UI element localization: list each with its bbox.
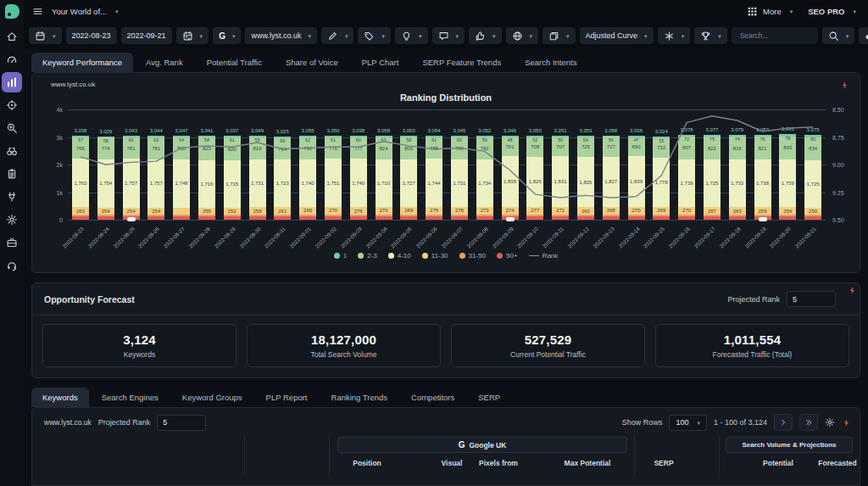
stacked-bar-2022-09-14[interactable]: 2701,8396903,03647 (628, 136, 645, 220)
stacked-bar-2022-09-21[interactable]: 2501,7258343,07580 (804, 135, 821, 220)
date-annotation-marker[interactable] (127, 217, 136, 221)
last-page-button[interactable] (799, 414, 818, 431)
stacked-bar-2022-08-28[interactable]: 2551,7168233,04158 (198, 136, 215, 220)
toolbar-cloud-button[interactable] (859, 27, 868, 44)
tab-potential-traffic[interactable]: Potential Traffic (196, 53, 273, 72)
table-tab-serp[interactable]: SERP (467, 388, 511, 407)
stacked-bar-2022-09-03[interactable]: 2761,7407773,03860 (350, 136, 367, 220)
next-page-button[interactable] (774, 414, 793, 431)
date-annotation-marker[interactable] (506, 217, 515, 221)
sidebar-item-settings[interactable] (2, 209, 22, 230)
legend-item-rank-50+[interactable]: 50+ (497, 252, 518, 260)
table-tab-keywords[interactable]: Keywords (31, 388, 89, 407)
stacked-bar-2022-09-20[interactable]: 2561,7398303,09578 (779, 134, 796, 220)
stacked-bar-2022-08-23[interactable]: 2631,7637653,03857 (72, 136, 89, 220)
stacked-bar-2022-09-05[interactable]: 2691,7278063,05058 (400, 136, 417, 220)
stacked-bar-2022-09-08[interactable]: 2731,7347923,05259 (476, 136, 493, 220)
legend-item-rank-1[interactable]: 1 (334, 252, 347, 260)
toolbar-2022-08-23-button[interactable]: 2022-08-23 (66, 27, 117, 44)
stacked-bar-2022-08-27[interactable]: 1,7488003,04764 (173, 136, 190, 220)
stacked-bar-2022-09-07[interactable]: 2781,7317883,04560 (451, 136, 468, 220)
stacked-bar-2022-09-13[interactable]: 2681,8277173,05856 (603, 136, 620, 220)
toolbar-www-lyst-co-uk-button[interactable]: www.lyst.co.uk▾ (245, 27, 317, 44)
toolbar-trophy-button[interactable]: ▾ (694, 27, 727, 44)
workspace-dropdown[interactable]: Your World of... ▾ (52, 7, 118, 16)
stacked-bar-2022-08-30[interactable]: 2581,7318103,04959 (249, 136, 266, 220)
sidebar-item-home[interactable] (2, 26, 22, 47)
stacked-bar-2022-09-17[interactable]: 2671,7258223,07775 (704, 135, 721, 220)
tab-avg-rank[interactable]: Avg. Rank (135, 53, 194, 72)
stacked-bar-2022-09-11[interactable]: 2711,8317073,05150 (552, 136, 569, 220)
stacked-bar-2022-09-04[interactable]: 2701,7108243,05863 (376, 136, 392, 220)
toolbar-pencil-button[interactable]: ▾ (321, 27, 354, 44)
toolbar-2022-09-21-button[interactable]: 2022-09-21 (121, 27, 172, 44)
toolbar-calendar-button[interactable]: ▾ (29, 27, 62, 44)
tab-serp-feature-trends[interactable]: SERP Feature Trends (411, 53, 512, 72)
toolbar-thumbs-up-button[interactable]: ▾ (469, 27, 502, 44)
tab-keyword-performance[interactable]: Keyword Performance (31, 53, 133, 72)
table-tab-search-engines[interactable]: Search Engines (91, 388, 170, 407)
table-tab-keyword-groups[interactable]: Keyword Groups (171, 388, 253, 407)
table-tab-ranking-trends[interactable]: Ranking Trends (320, 388, 399, 407)
sidebar-item-reports[interactable] (2, 164, 22, 184)
boost-bolt-icon[interactable] (848, 286, 857, 295)
stacked-bar-2022-08-24[interactable]: 2541,7547743,02958 (97, 137, 114, 220)
toolbar-search-button[interactable]: ▾ (822, 27, 855, 44)
stacked-bar-2022-09-06[interactable]: 2751,7447853,05461 (426, 136, 442, 220)
table-tab-plp-report[interactable]: PLP Report (255, 388, 319, 407)
stacked-bar-2022-09-02[interactable]: 2701,7517763,05061 (325, 136, 342, 220)
legend-item-rank-4-10[interactable]: 4-10 (388, 252, 411, 260)
stacked-bar-2022-09-15[interactable]: 2691,7787323,02455 (653, 137, 670, 220)
rows-per-page-select[interactable]: 100 ▾ (669, 415, 707, 431)
sidebar-item-keyword-research[interactable] (2, 118, 22, 138)
plan-dropdown[interactable]: SEO PRO ▾ (808, 7, 856, 16)
column-header-max-potential[interactable]: Max Potential (565, 459, 611, 467)
sidebar-item-tracking[interactable] (2, 95, 22, 115)
column-header-forecasted[interactable]: Forecasted (818, 459, 856, 467)
stacked-bar-2022-09-18[interactable]: 2631,7338193,07974 (729, 135, 746, 220)
sidebar-item-support[interactable] (2, 255, 22, 276)
table-tab-competitors[interactable]: Competitors (400, 388, 465, 407)
toolbar-comment-button[interactable]: ▾ (432, 27, 465, 44)
legend-item-rank-11-30[interactable]: 11-30 (422, 252, 448, 260)
stacked-bar-2022-09-16[interactable]: 2701,7398073,07872 (678, 135, 695, 220)
column-header-serp[interactable]: SERP (654, 459, 673, 467)
boost-bolt-icon[interactable] (842, 418, 851, 427)
tab-plp-chart[interactable]: PLP Chart (351, 53, 410, 72)
sidebar-item-integrations[interactable] (2, 187, 22, 207)
hamburger-menu-icon[interactable] (32, 6, 43, 17)
date-annotation-marker[interactable] (759, 217, 767, 221)
column-header-position[interactable]: Position (353, 459, 381, 467)
toolbar-calendar-range-button[interactable]: ▾ (176, 27, 209, 44)
stacked-bar-2022-08-31[interactable]: 2611,7237943,02560 (274, 137, 291, 220)
toolbar-lightbulb-button[interactable]: ▾ (395, 27, 428, 44)
toolbar-search-box[interactable] (732, 27, 818, 44)
column-header-pixels-from[interactable]: Pixels from (479, 459, 518, 467)
column-header-potential[interactable]: Potential (763, 459, 793, 467)
stacked-bar-2022-09-09[interactable]: 2741,8357013,04648 (502, 136, 519, 220)
search-input[interactable] (738, 31, 811, 41)
stacked-bar-2022-08-25[interactable]: 2541,7577813,04360 (123, 136, 140, 220)
toolbar-adjusted-curve-button[interactable]: Adjusted Curve▾ (580, 27, 654, 44)
boost-bolt-icon[interactable] (840, 81, 849, 90)
sidebar-item-discovery[interactable] (2, 141, 22, 161)
legend-item-rank-31-50[interactable]: 31-50 (459, 252, 486, 260)
stacked-bar-2022-09-01[interactable]: 2651,7407963,05562 (299, 136, 316, 220)
toolbar-google-g-button[interactable]: G▾ (213, 27, 241, 44)
table-settings-gear-icon[interactable] (825, 417, 835, 427)
projected-rank-input[interactable] (787, 291, 836, 307)
stacked-bar-2022-09-12[interactable]: 2601,8267253,05354 (577, 136, 594, 220)
column-header-visual[interactable]: Visual (442, 459, 463, 467)
more-menu[interactable]: More ▾ (747, 6, 793, 17)
toolbar-layers-button[interactable]: ▾ (542, 27, 576, 44)
sidebar-item-dashboard[interactable] (2, 49, 22, 70)
stacked-bar-2022-09-10[interactable]: 2771,8267083,05052 (526, 136, 543, 220)
projected-rank-input[interactable] (157, 415, 206, 431)
stacked-bar-2022-09-19[interactable]: 2591,7388213,08376 (754, 135, 771, 220)
stacked-bar-2022-08-29[interactable]: 2521,7158203,03761 (224, 136, 241, 220)
app-logo[interactable] (0, 0, 24, 22)
tab-share-of-voice[interactable]: Share of Voice (275, 53, 349, 72)
legend-item-rank-2-3[interactable]: 2-3 (358, 252, 377, 260)
sidebar-item-projects[interactable] (2, 232, 22, 253)
toolbar-tag-button[interactable]: ▾ (358, 27, 391, 44)
